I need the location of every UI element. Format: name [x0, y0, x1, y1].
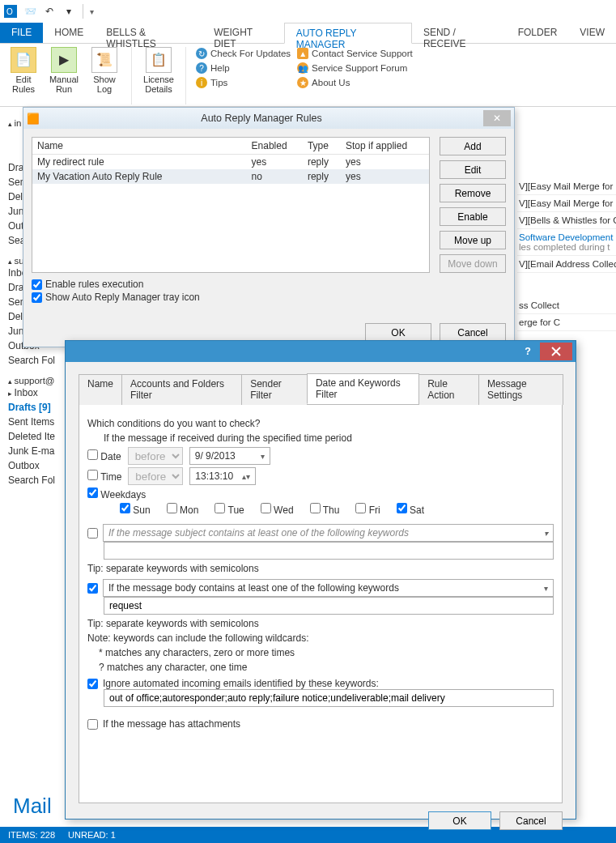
manual-run-button[interactable]: ▶Manual Run [45, 47, 83, 94]
rules-dialog: 🟧 Auto Reply Manager Rules ✕ Name Enable… [23, 107, 515, 347]
day-fri[interactable]: Fri [355, 503, 380, 516]
subject-kw-checkbox[interactable] [87, 528, 98, 539]
ignore-auto-input[interactable] [104, 689, 554, 707]
folder-deleted-3[interactable]: Deleted Ite [8, 429, 65, 444]
close-icon[interactable]: ✕ [483, 110, 511, 126]
tab-name[interactable]: Name [79, 374, 122, 405]
enable-rules-checkbox[interactable]: Enable rules execution [23, 278, 514, 291]
move-up-button[interactable]: Move up [440, 231, 506, 249]
msg-row[interactable]: V][Easy Mail Merge for C [517, 195, 616, 212]
msg-row[interactable]: Software Developmentles completed during… [517, 229, 616, 256]
customize-qat-icon[interactable]: ▾ [62, 4, 76, 19]
conditions-label: Which conditions do you want to check? [87, 418, 554, 429]
forum-link[interactable]: 👥Service Support Forum [295, 62, 414, 75]
spinner-icon: ▴▾ [242, 472, 250, 481]
table-row[interactable]: My redirect ruleyesreplyyes [32, 155, 429, 170]
body-kw-input[interactable] [104, 597, 554, 615]
day-thu[interactable]: Thu [310, 503, 340, 516]
date-picker[interactable]: 9/ 9/2013▾ [189, 447, 270, 465]
check-updates-link[interactable]: ↻Check For Updates [194, 47, 292, 60]
ignore-auto-checkbox[interactable] [87, 679, 98, 689]
close-icon[interactable] [540, 343, 572, 360]
tab-send-receive[interactable]: SEND / RECEIVE [412, 23, 507, 43]
folder-outbox-3[interactable]: Outbox [8, 458, 65, 473]
remove-button[interactable]: Remove [440, 184, 506, 202]
show-log-button[interactable]: 📜Show Log [86, 47, 123, 94]
show-tray-checkbox[interactable]: Show Auto Reply Manager tray icon [23, 291, 514, 304]
tab-file[interactable]: FILE [0, 23, 43, 43]
weekdays-checkbox[interactable]: Weekdays [87, 487, 146, 500]
time-checkbox[interactable]: Time [87, 470, 121, 483]
cancel-button[interactable]: Cancel [499, 811, 563, 830]
add-button[interactable]: Add [440, 137, 506, 155]
rules-dialog-icon: 🟧 [27, 113, 40, 125]
folder-search-2[interactable]: Search Fol [8, 353, 65, 368]
msg-row[interactable]: V][Bells & Whistles for C [517, 212, 616, 229]
qat-overflow-icon[interactable]: ▾ [90, 7, 94, 16]
ok-button[interactable]: OK [428, 811, 491, 830]
col-type[interactable]: Type [303, 138, 341, 155]
col-name[interactable]: Name [32, 138, 247, 155]
subject-kw-combo[interactable]: If the message subject contains at least… [103, 524, 554, 542]
date-checkbox[interactable]: Date [87, 449, 121, 462]
attachments-checkbox[interactable] [87, 719, 98, 730]
msg-row[interactable]: ss Collect [517, 297, 616, 314]
day-sun[interactable]: Sun [120, 503, 151, 516]
folder-inbox-3[interactable]: ▸ Inbox [8, 385, 65, 400]
tab-auto-reply[interactable]: AUTO REPLY MANAGER [284, 23, 412, 44]
wildcard-2: ? matches any character, one time [99, 662, 554, 673]
folder-junk-3[interactable]: Junk E-ma [8, 444, 65, 458]
tab-accounts[interactable]: Accounts and Folders Filter [121, 374, 242, 405]
day-wed[interactable]: Wed [261, 503, 294, 516]
tab-home[interactable]: HOME [43, 23, 95, 43]
msg-row[interactable]: V][Easy Mail Merge for C [517, 178, 616, 195]
tab-bells[interactable]: BELLS & WHISTLES [95, 23, 202, 43]
tab-date-keywords[interactable]: Date and Keywords Filter [307, 373, 419, 404]
outlook-logo-icon: O [3, 4, 18, 19]
tab-msg-settings[interactable]: Message Settings [478, 374, 563, 405]
col-stop[interactable]: Stop if applied [341, 138, 429, 155]
day-sat[interactable]: Sat [397, 503, 424, 516]
tab-rule-action[interactable]: Rule Action [418, 374, 479, 405]
msg-row[interactable]: V][Email Address Collect [517, 256, 616, 273]
ribbon-body: 📄Edit Rules ▶Manual Run 📜Show Log 📋Licen… [0, 44, 616, 107]
body-kw-combo[interactable]: If the message body contains at least on… [103, 579, 554, 597]
ok-button[interactable]: OK [365, 323, 431, 342]
tab-sender[interactable]: Sender Filter [241, 374, 308, 405]
col-enabled[interactable]: Enabled [247, 138, 303, 155]
enable-button[interactable]: Enable [440, 207, 506, 226]
folder-group-support[interactable]: support@ [8, 376, 65, 385]
folder-sent-3[interactable]: Sent Items [8, 415, 65, 429]
undo-icon[interactable]: ↶ [42, 4, 57, 19]
nav-mail-label[interactable]: Mail [13, 794, 52, 819]
filter-tabs: Name Accounts and Folders Filter Sender … [79, 373, 563, 405]
folder-drafts-3[interactable]: Drafts [9] [8, 400, 65, 415]
contact-support-link[interactable]: ▲Contact Service Support [295, 47, 414, 60]
msg-row[interactable]: erge for C [517, 314, 616, 331]
day-tue[interactable]: Tue [215, 503, 244, 516]
subject-kw-input[interactable] [104, 542, 554, 560]
about-link[interactable]: ★About Us [295, 76, 414, 89]
about-icon: ★ [297, 77, 308, 88]
help-icon: ? [196, 62, 207, 74]
help-icon[interactable]: ? [516, 346, 540, 357]
period-label: If the message if received during the sp… [104, 432, 554, 444]
tips-link[interactable]: iTips [194, 76, 292, 89]
chevron-down-icon: ▾ [544, 529, 548, 538]
tab-weight[interactable]: WEIGHT DIET [202, 23, 284, 43]
cancel-button[interactable]: Cancel [440, 323, 506, 342]
tip-label: Tip: separate keywords with semicolons [87, 563, 554, 574]
edit-rules-button[interactable]: 📄Edit Rules [5, 47, 42, 94]
license-details-button[interactable]: 📋License Details [140, 47, 177, 94]
time-picker[interactable]: 13:13:10▴▾ [189, 467, 256, 485]
tab-folder[interactable]: FOLDER [507, 23, 569, 43]
help-link[interactable]: ?Help [194, 62, 292, 75]
send-receive-icon[interactable]: 📨 [23, 4, 37, 19]
folder-search-3[interactable]: Search Fol [8, 473, 65, 487]
tab-view[interactable]: VIEW [568, 23, 616, 43]
edit-button[interactable]: Edit [440, 160, 506, 179]
rules-table[interactable]: Name Enabled Type Stop if applied My red… [32, 137, 430, 273]
table-row[interactable]: My Vacation Auto Reply Rulenoreplyyes [32, 169, 429, 184]
day-mon[interactable]: Mon [167, 503, 199, 516]
body-kw-checkbox[interactable] [87, 583, 98, 594]
